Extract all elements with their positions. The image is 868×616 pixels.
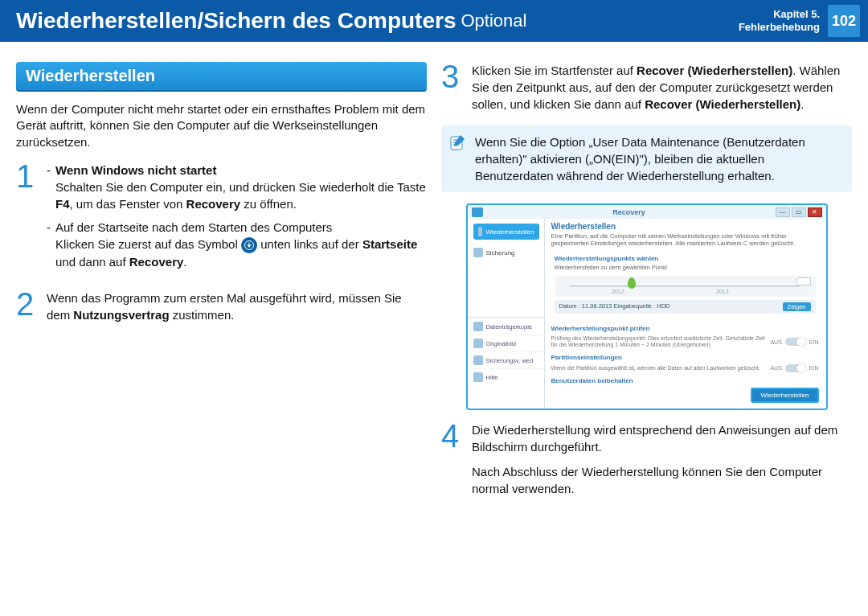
step1-b2-recovery: Recovery [129, 255, 184, 269]
step1-b2-2c: und dann auf [55, 255, 129, 269]
step1-b1-b: , um das Fenster von [70, 197, 186, 211]
step1-b1-c: zu öffnen. [240, 197, 297, 211]
sidebar-item-backup[interactable]: Sicherung [469, 244, 544, 261]
step2-bold: Nutzungsvertrag [73, 308, 169, 322]
date-label: Datum : 11.06.2013 Eingabequelle : HDD [559, 302, 670, 311]
step1-b2-2a: Klicken Sie zuerst auf das Symbol [55, 237, 241, 251]
step3-bold1: Recover (Wiederherstellen) [637, 64, 792, 77]
sec2-row: Prüfung des Wiederherstellungspunkt. Die… [551, 334, 819, 351]
page-header: Wiederherstellen/Sichern des Computers O… [0, 0, 868, 42]
recov-main-sub: Eine Partition, auf die Computer mit sei… [551, 232, 819, 247]
sec2-label: Wiederherstellungspunkt prüfen [551, 325, 819, 332]
timeline[interactable]: 2012 2013 [555, 276, 816, 297]
step-number: 2 [16, 290, 39, 323]
title-main: Wiederherstellen/Sichern des Computers [16, 8, 456, 34]
title-optional: Optional [461, 10, 526, 31]
toggle-partition[interactable] [785, 364, 806, 372]
sec2-text: Prüfung des Wiederherstellungspunkt. Die… [551, 335, 771, 349]
sidebar-item-help[interactable]: Hilfe [469, 368, 544, 385]
chapter-label: Kapitel 5. Fehlerbehebung [739, 8, 820, 33]
step-3: 3 Klicken Sie im Startfenster auf Recove… [441, 62, 852, 113]
section-banner: Wiederherstellen [16, 62, 427, 92]
recovery-screenshot: Recovery — ▭ ✕ Wiederherstellen Sicherun… [466, 203, 828, 410]
chapter-line2: Fehlerbehebung [739, 21, 820, 34]
toggle-check[interactable] [785, 338, 806, 346]
step1-bullet2: Auf der Startseite nach dem Starten des … [47, 219, 427, 270]
close-button[interactable]: ✕ [808, 207, 822, 217]
step-2: 2 Wenn das Programm zum ersten Mal ausge… [16, 290, 427, 323]
down-arrow-icon [241, 237, 257, 253]
step1-b2-2b: unten links auf der [260, 237, 362, 251]
chapter-line1: Kapitel 5. [739, 8, 820, 21]
step4-line2: Nach Abschluss der Wiederherstellung kön… [472, 463, 852, 497]
step3-bold2: Recover (Wiederherstellen) [645, 97, 800, 111]
sec3-text: Wenn die Partition ausgewählt ist, werde… [551, 365, 771, 372]
step1-b1-recovery: Recovery [186, 197, 241, 211]
page-number: 102 [828, 5, 860, 37]
step-number: 4 [441, 421, 464, 497]
recov-title: Recovery [483, 208, 776, 216]
step-4: 4 Die Wiederherstellung wird entsprechen… [441, 421, 852, 497]
view-button[interactable]: Zeigen [783, 302, 811, 311]
backup-icon [473, 248, 483, 257]
recover-button[interactable]: Wiederherstellen [751, 388, 818, 403]
timeline-year2: 2013 [716, 289, 729, 294]
step1-bullet1: Wenn Windows nicht startet Schalten Sie … [47, 162, 427, 212]
step4-line1: Die Wiederherstellung wird entsprechend … [472, 421, 852, 455]
step-number: 1 [16, 162, 39, 277]
snapshot-icon[interactable] [796, 277, 811, 285]
recov-app-icon [472, 207, 483, 217]
header-right: Kapitel 5. Fehlerbehebung 102 [739, 0, 868, 42]
sec4-label: Benutzerdaten beibehalten [551, 377, 819, 384]
recov-sidebar: Wiederherstellen Sicherung Datenträgerko… [469, 219, 545, 408]
sec1-label: Wiederherstellungspunkts wählen [555, 255, 816, 262]
maximize-button[interactable]: ▭ [792, 207, 806, 217]
recov-main-head: Wiederherstellen [551, 222, 819, 231]
note-text: Wenn Sie die Option „User Data Maintenan… [475, 135, 805, 183]
step-1: 1 Wenn Windows nicht startet Schalten Si… [16, 162, 427, 277]
manage-icon [473, 355, 483, 365]
step3-a: Klicken Sie im Startfenster auf [472, 64, 637, 77]
sec3-label: Partitionseinstellungen [551, 354, 819, 361]
note-box: Wenn Sie die Option „User Data Maintenan… [441, 125, 852, 192]
disk-icon [473, 322, 483, 331]
page-body: Wiederherstellen Wenn der Computer nicht… [0, 42, 868, 526]
minimize-button[interactable]: — [776, 207, 790, 217]
step1-b2-2d: . [183, 255, 186, 269]
note-icon [449, 133, 467, 151]
image-icon [473, 339, 483, 348]
right-column: 3 Klicken Sie im Startfenster auf Recove… [441, 62, 852, 510]
help-icon [473, 372, 483, 382]
timeline-pin-icon[interactable] [628, 277, 636, 289]
sidebar-item-backupmgr[interactable]: Sicherungsv. wed [469, 351, 544, 368]
intro-paragraph: Wenn der Computer nicht mehr startet ode… [16, 101, 427, 150]
step3-c: . [800, 97, 804, 111]
page-title: Wiederherstellen/Sichern des Computers O… [0, 0, 739, 42]
step-number: 3 [441, 62, 464, 113]
recov-titlebar: Recovery — ▭ ✕ [469, 206, 825, 219]
step2-b: zustimmen. [170, 308, 235, 322]
sec1-sub: Wiederherstellen zu dem gewählten Punkt [555, 264, 816, 271]
timeline-year1: 2012 [612, 289, 624, 294]
datebar: Datum : 11.06.2013 Eingabequelle : HDD Z… [555, 300, 816, 314]
key-f4: F4 [55, 197, 70, 211]
step1-b2-text: Auf der Startseite nach dem Starten des … [55, 220, 332, 234]
recov-main: Wiederherstellen Eine Partition, auf die… [545, 219, 825, 408]
sidebar-item-original[interactable]: Originalbild [469, 335, 544, 351]
step1-b2-start: Startseite [362, 237, 417, 251]
sidebar-item-diskcopy[interactable]: Datenträgerkopie [469, 318, 544, 335]
sec3-row: Wenn die Partition ausgewählt ist, werde… [551, 363, 819, 374]
sidebar-item-recover[interactable]: Wiederherstellen [473, 224, 539, 240]
left-column: Wiederherstellen Wenn der Computer nicht… [16, 62, 427, 510]
step1-b1-a: Schalten Sie den Computer ein, und drück… [55, 180, 426, 194]
recover-icon [478, 227, 483, 236]
step1-b1-title: Wenn Windows nicht startet [55, 163, 216, 177]
